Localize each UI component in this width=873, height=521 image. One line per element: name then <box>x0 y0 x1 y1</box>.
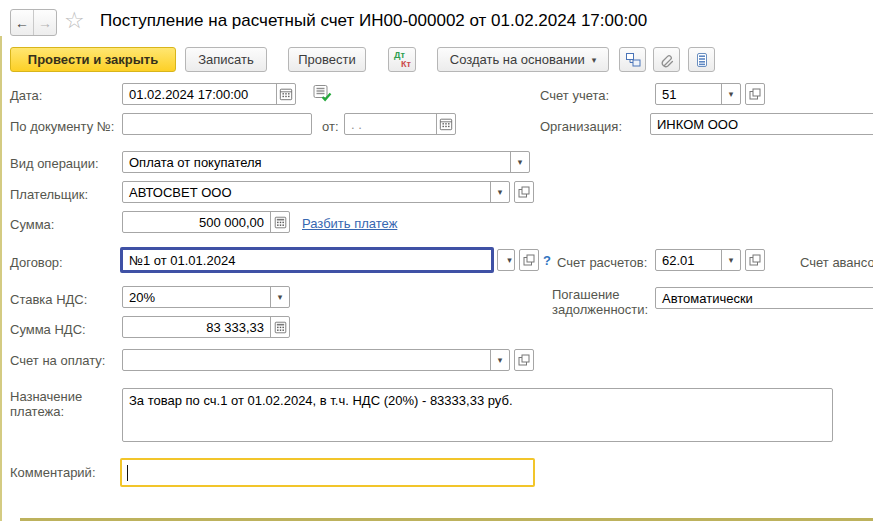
settlement-account-field[interactable]: 62.01 ▾ <box>655 249 741 271</box>
kt-label: Кт <box>401 59 411 69</box>
vat-rate-dropdown-button[interactable]: ▾ <box>270 287 289 307</box>
payer-value[interactable]: АВТОСВЕТ ООО <box>123 182 490 202</box>
post-and-close-button[interactable]: Провести и закрыть <box>10 47 176 72</box>
date-label: Дата: <box>10 88 42 103</box>
vat-amount-value[interactable]: 83 333,33 <box>123 317 270 337</box>
forward-icon: → <box>38 15 52 31</box>
document-form-window: ← → ☆ Поступление на расчетный счет ИН00… <box>0 0 873 521</box>
invoice-value[interactable] <box>123 350 490 370</box>
chevron-down-icon: ▾ <box>729 89 734 99</box>
comment-label: Комментарий: <box>10 465 96 480</box>
date-calendar-button[interactable] <box>276 84 295 104</box>
amount-value[interactable]: 500 000,00 <box>123 212 270 232</box>
operation-kind-dropdown-button[interactable]: ▾ <box>510 152 529 172</box>
operation-kind-value[interactable]: Оплата от покупателя <box>123 152 510 172</box>
structure-icon <box>625 52 641 68</box>
payment-purpose-label: Назначение платежа: <box>10 389 110 419</box>
forward-button[interactable]: → <box>34 10 56 35</box>
contract-value[interactable]: №1 от 01.01.2024 <box>123 250 491 270</box>
account-field[interactable]: 51 ▾ <box>655 83 741 105</box>
dt-kt-postings-button[interactable]: Дт Кт <box>388 47 416 72</box>
paperclip-icon <box>659 52 675 68</box>
vat-amount-label: Сумма НДС: <box>10 322 86 337</box>
account-label: Счет учета: <box>540 88 609 103</box>
amount-calculator-button[interactable] <box>270 212 289 232</box>
help-icon[interactable]: ? <box>543 253 551 268</box>
advance-account-label: Счет авансо <box>800 255 873 270</box>
debt-repayment-field[interactable]: Автоматически <box>655 287 873 309</box>
comment-value[interactable] <box>128 460 533 485</box>
contract-dropdown-button[interactable]: ▾ <box>497 249 515 271</box>
invoice-field[interactable]: ▾ <box>122 349 510 371</box>
debt-repayment-label: Погашение задолженности: <box>552 287 652 317</box>
write-button[interactable]: Записать <box>185 47 267 72</box>
operation-kind-label: Вид операции: <box>10 156 99 171</box>
attachments-button[interactable] <box>653 47 680 72</box>
vat-amount-field[interactable]: 83 333,33 <box>122 316 290 338</box>
calendar-icon <box>439 117 453 131</box>
debt-repayment-value[interactable]: Автоматически <box>656 288 873 308</box>
invoice-open-button[interactable] <box>514 349 534 371</box>
vat-rate-field[interactable]: 20% ▾ <box>122 286 290 308</box>
account-open-button[interactable] <box>745 83 765 105</box>
document-posted-status-icon[interactable] <box>312 84 333 103</box>
calculator-icon <box>274 321 287 334</box>
doc-number-label: По документу №: <box>10 119 114 134</box>
post-button[interactable]: Провести <box>288 47 366 72</box>
date-field[interactable]: 01.02.2024 17:00:00 <box>122 83 296 105</box>
vat-rate-value[interactable]: 20% <box>123 287 270 307</box>
vat-amount-calculator-button[interactable] <box>270 317 289 337</box>
report-list-button[interactable] <box>688 47 715 72</box>
payer-dropdown-button[interactable]: ▾ <box>490 182 509 202</box>
payer-open-button[interactable] <box>514 181 534 203</box>
calendar-icon <box>279 87 293 101</box>
related-documents-button[interactable] <box>619 47 646 72</box>
settlement-account-value[interactable]: 62.01 <box>656 250 721 270</box>
contract-field[interactable]: №1 от 01.01.2024 <box>120 247 494 273</box>
chevron-down-icon: ▾ <box>498 355 503 365</box>
nav-buttons: ← → <box>10 9 57 36</box>
chevron-down-icon: ▾ <box>278 292 283 302</box>
chevron-down-icon: ▾ <box>729 255 734 265</box>
doc-number-value[interactable] <box>123 114 311 134</box>
chevron-down-icon: ▾ <box>592 55 597 65</box>
doc-date-value[interactable]: . . <box>345 114 436 134</box>
back-icon: ← <box>15 15 29 31</box>
page-title: Поступление на расчетный счет ИН00-00000… <box>100 11 647 31</box>
contract-open-button[interactable] <box>519 249 539 271</box>
open-icon <box>518 186 530 198</box>
calculator-icon <box>274 216 287 229</box>
doc-number-field[interactable] <box>122 113 312 135</box>
comment-field[interactable] <box>120 458 535 487</box>
chevron-down-icon: ▾ <box>498 187 503 197</box>
open-icon <box>523 254 535 266</box>
chevron-down-icon: ▾ <box>507 255 512 265</box>
doc-date-calendar-button[interactable] <box>436 114 455 134</box>
doc-date-from-label: от: <box>322 119 339 134</box>
split-payment-link[interactable]: Разбить платеж <box>302 216 397 231</box>
window-left-edge <box>0 36 2 521</box>
back-button[interactable]: ← <box>11 10 34 35</box>
payer-field[interactable]: АВТОСВЕТ ООО ▾ <box>122 181 510 203</box>
favorite-star-icon[interactable]: ☆ <box>64 7 85 34</box>
create-based-on-label: Создать на основании <box>450 52 585 67</box>
payment-purpose-field[interactable]: За товар по сч.1 от 01.02.2024, в т.ч. Н… <box>122 388 833 442</box>
settlement-account-dropdown-button[interactable]: ▾ <box>721 250 740 270</box>
operation-kind-field[interactable]: Оплата от покупателя ▾ <box>122 151 530 173</box>
settlement-account-open-button[interactable] <box>745 249 765 271</box>
amount-field[interactable]: 500 000,00 <box>122 211 290 233</box>
dt-kt-icon: Дт Кт <box>389 48 415 71</box>
account-value[interactable]: 51 <box>656 84 721 104</box>
account-dropdown-button[interactable]: ▾ <box>721 84 740 104</box>
organization-field[interactable]: ИНКОМ ООО <box>650 113 873 135</box>
create-based-on-button[interactable]: Создать на основании ▾ <box>437 47 609 72</box>
invoice-label: Счет на оплату: <box>10 353 105 368</box>
doc-date-field[interactable]: . . <box>344 113 456 135</box>
open-icon <box>749 254 761 266</box>
organization-label: Организация: <box>540 119 622 134</box>
invoice-dropdown-button[interactable]: ▾ <box>490 350 509 370</box>
organization-value[interactable]: ИНКОМ ООО <box>651 114 873 134</box>
contract-label: Договор: <box>10 255 63 270</box>
date-value[interactable]: 01.02.2024 17:00:00 <box>123 84 276 104</box>
payer-label: Плательщик: <box>10 187 88 202</box>
